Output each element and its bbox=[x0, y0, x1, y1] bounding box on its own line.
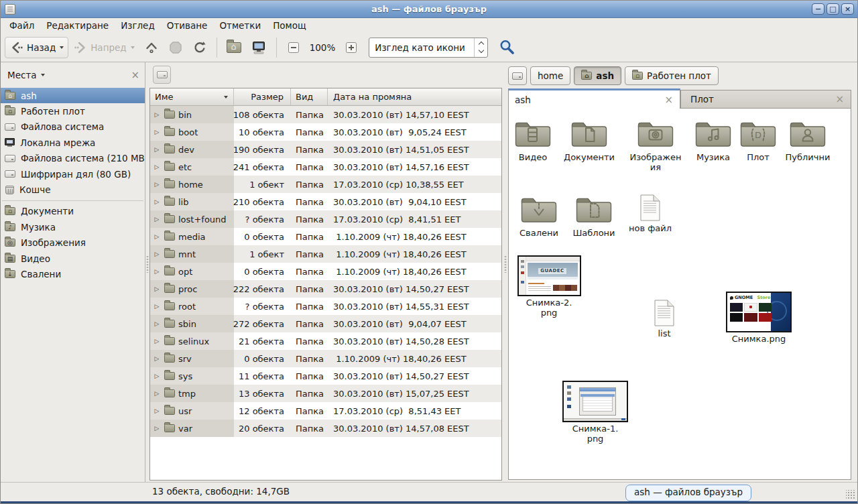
expander-icon[interactable]: ▷ bbox=[153, 390, 161, 397]
breadcrumb-ash[interactable]: ash bbox=[574, 66, 621, 85]
expander-icon[interactable]: ▷ bbox=[153, 355, 161, 362]
zoom-out-button[interactable] bbox=[282, 37, 306, 58]
menu-edit[interactable]: Редактиране bbox=[40, 19, 115, 32]
sidebar-resize-handle[interactable] bbox=[145, 62, 149, 482]
breadcrumb-home[interactable]: home bbox=[530, 66, 570, 85]
tree-row-usr[interactable]: ▷usr12 обектаПапка17.03.2010 (ср) 8,51,4… bbox=[150, 402, 501, 420]
tree-pane-resize-handle[interactable] bbox=[502, 62, 508, 482]
menu-file[interactable]: Файл bbox=[3, 19, 40, 32]
tree-row-selinux[interactable]: ▷selinux21 обектаПапка30.03.2010 (вт) 14… bbox=[150, 332, 501, 350]
sidebar-item-filesystem-210mb[interactable]: Файлова система (210 MB) bbox=[1, 151, 145, 166]
breadcrumb-root[interactable] bbox=[508, 66, 527, 85]
forward-button[interactable]: Напред bbox=[68, 37, 139, 58]
tree-row-srv[interactable]: ▷srv0 обектаПапка 1.10.2009 (чт) 18,40,2… bbox=[150, 350, 501, 367]
tree-row-dev[interactable]: ▷dev190 обектаПапка30.03.2010 (вт) 14,51… bbox=[150, 141, 501, 158]
tab-close-icon[interactable]: × bbox=[664, 94, 673, 106]
maximize-button[interactable]: □ bbox=[826, 3, 839, 15]
column-header-type[interactable]: Вид bbox=[291, 88, 328, 105]
tree-row-sbin[interactable]: ▷sbin272 обектаПапка30.03.2010 (вт) 9,04… bbox=[150, 315, 501, 332]
sidebar-title-caret-icon[interactable] bbox=[41, 74, 45, 76]
file-item-snimka[interactable]: GNOME StoreСнимка.png bbox=[724, 292, 794, 344]
close-button[interactable]: × bbox=[841, 3, 854, 15]
tree-row-etc[interactable]: ▷etc241 обектаПапка30.03.2010 (вт) 14,57… bbox=[150, 158, 501, 176]
column-header-date[interactable]: Дата на промяна bbox=[328, 88, 501, 105]
file-item-desktop[interactable]: DПлот bbox=[733, 118, 784, 162]
menu-go[interactable]: Отиване bbox=[161, 19, 214, 32]
file-item-templates[interactable]: Шаблони bbox=[563, 194, 625, 238]
sidebar-close-icon[interactable]: × bbox=[131, 70, 139, 80]
expander-icon[interactable]: ▷ bbox=[153, 216, 161, 223]
menu-view[interactable]: Изглед bbox=[115, 19, 161, 32]
expander-icon[interactable]: ▷ bbox=[153, 181, 161, 188]
titlebar[interactable]: ash — файлов браузър − □ × bbox=[1, 1, 857, 18]
reload-button[interactable] bbox=[188, 37, 212, 58]
file-item-public[interactable]: Публични bbox=[777, 118, 839, 162]
column-header-name[interactable]: Име bbox=[150, 88, 234, 105]
view-mode-spinner-icon[interactable] bbox=[474, 38, 487, 57]
expander-icon[interactable]: ▷ bbox=[153, 164, 161, 170]
stop-button[interactable] bbox=[164, 37, 188, 58]
sidebar-item-filesystem[interactable]: Файлова система bbox=[1, 119, 145, 135]
sidebar-item-trash[interactable]: Кошче bbox=[1, 182, 145, 197]
tree-root-button[interactable] bbox=[153, 66, 171, 84]
tree-row-proc[interactable]: ▷proc222 обектаПапка30.03.2010 (вт) 14,5… bbox=[150, 280, 501, 298]
tab-desktop[interactable]: Плот× bbox=[680, 90, 851, 108]
sidebar-item-music[interactable]: Музика bbox=[1, 219, 145, 235]
expander-icon[interactable]: ▷ bbox=[153, 373, 161, 379]
tree-row-media[interactable]: ▷media0 обектаПапка 1.10.2009 (чт) 18,40… bbox=[150, 228, 501, 245]
expander-icon[interactable]: ▷ bbox=[153, 320, 161, 327]
expander-icon[interactable]: ▷ bbox=[153, 407, 161, 414]
tree-row-var[interactable]: ▷var20 обектаПапка30.03.2010 (вт) 14,57,… bbox=[150, 420, 501, 437]
view-mode-select[interactable]: Изглед като икони bbox=[369, 38, 488, 58]
file-item-downloads[interactable]: Свалени bbox=[508, 194, 570, 238]
breadcrumb-desktop[interactable]: Работен плот bbox=[625, 66, 719, 85]
expander-icon[interactable]: ▷ bbox=[153, 338, 161, 344]
tree-row-lost+found[interactable]: ▷lost+found? обектаПапка17.03.2010 (ср) … bbox=[150, 210, 501, 228]
sidebar-item-video[interactable]: Видео bbox=[1, 251, 145, 266]
expander-icon[interactable]: ▷ bbox=[153, 251, 161, 257]
file-item-snimka-2[interactable]: GUADECСнимка-2.​png bbox=[524, 255, 574, 318]
expander-icon[interactable]: ▷ bbox=[153, 233, 161, 240]
up-button[interactable] bbox=[139, 37, 164, 58]
menu-bookmarks[interactable]: Отметки bbox=[213, 19, 267, 32]
column-header-size[interactable]: Размер bbox=[234, 88, 291, 105]
tree-row-opt[interactable]: ▷opt0 обектаПапка 1.10.2009 (чт) 18,40,2… bbox=[150, 263, 501, 280]
expander-icon[interactable]: ▷ bbox=[153, 146, 161, 153]
taskbar-window-button[interactable]: ash — файлов браузър bbox=[625, 485, 751, 501]
file-item-documents[interactable]: Документи bbox=[558, 118, 620, 162]
tree-row-boot[interactable]: ▷boot10 обектаПапка30.03.2010 (вт) 9,05,… bbox=[150, 123, 501, 141]
sidebar-item-documents[interactable]: Документи bbox=[1, 204, 145, 219]
sidebar-item-encrypted-80gb[interactable]: Шифриран дял (80 GB) bbox=[1, 166, 145, 182]
sidebar-item-local-network[interactable]: Локална мрежа bbox=[1, 135, 145, 150]
file-item-list[interactable]: list bbox=[633, 299, 695, 338]
sidebar-item-desktop[interactable]: Работен плот bbox=[1, 103, 145, 119]
tab-ash[interactable]: ash× bbox=[508, 88, 680, 109]
tree-row-sys[interactable]: ▷sys11 обектаПапка30.03.2010 (вт) 14,50,… bbox=[150, 367, 501, 385]
tree-row-tmp[interactable]: ▷tmp13 обектаПапка30.03.2010 (вт) 15,07,… bbox=[150, 385, 501, 402]
expander-icon[interactable]: ▷ bbox=[153, 129, 161, 135]
zoom-in-button[interactable] bbox=[339, 37, 363, 58]
search-button[interactable] bbox=[493, 37, 521, 58]
tree-row-bin[interactable]: ▷bin108 обектаПапка30.03.2010 (вт) 14,57… bbox=[150, 106, 501, 123]
sidebar-item-pictures[interactable]: Изображения bbox=[1, 235, 145, 251]
tab-close-icon[interactable]: × bbox=[835, 93, 844, 105]
back-history-caret-icon[interactable] bbox=[60, 46, 64, 49]
expander-icon[interactable]: ▷ bbox=[153, 198, 161, 205]
expander-icon[interactable]: ▷ bbox=[153, 303, 161, 310]
sidebar-item-downloads[interactable]: Свалени bbox=[1, 266, 145, 281]
expander-icon[interactable]: ▷ bbox=[153, 425, 161, 432]
tree-row-root[interactable]: ▷root? обектаПапка30.03.2010 (вт) 14,55,… bbox=[150, 298, 501, 315]
expander-icon[interactable]: ▷ bbox=[153, 111, 161, 118]
minimize-button[interactable]: − bbox=[812, 3, 824, 15]
back-button[interactable]: Назад bbox=[5, 37, 68, 58]
resize-grip[interactable] bbox=[846, 490, 855, 499]
sidebar-title[interactable]: Места bbox=[7, 70, 37, 80]
file-item-new-file[interactable]: нов файл bbox=[619, 194, 681, 233]
computer-button[interactable] bbox=[246, 37, 271, 58]
file-item-pictures[interactable]: Изображен​ия bbox=[625, 118, 686, 173]
home-button[interactable] bbox=[222, 37, 246, 58]
expander-icon[interactable]: ▷ bbox=[153, 286, 161, 292]
menu-help[interactable]: Помощ bbox=[267, 19, 312, 32]
tree-row-home[interactable]: ▷home1 обектПапка17.03.2010 (ср) 10,38,5… bbox=[150, 176, 501, 193]
sidebar-item-ash[interactable]: ash bbox=[1, 88, 145, 103]
